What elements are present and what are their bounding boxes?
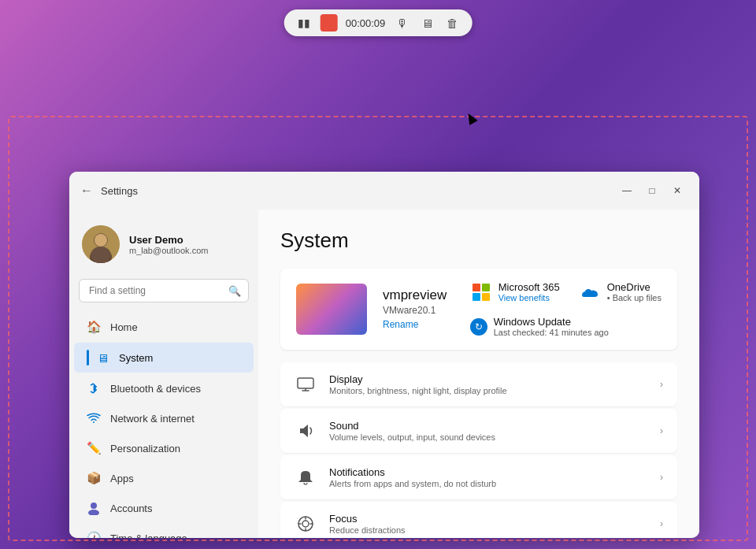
- page-title: System: [280, 228, 677, 253]
- m365-subtitle: View benefits: [498, 293, 560, 302]
- mic-button[interactable]: 🎙: [393, 14, 410, 32]
- settings-window: ← Settings — □ ✕: [69, 172, 699, 538]
- device-preview-image: [296, 284, 367, 335]
- notifications-chevron-icon: ›: [660, 472, 663, 483]
- focus-icon: [295, 513, 317, 535]
- focus-chevron-icon: ›: [660, 518, 663, 529]
- search-input[interactable]: [79, 279, 249, 302]
- sidebar-item-label-home: Home: [110, 321, 138, 333]
- sidebar-item-label-system: System: [119, 352, 153, 364]
- focus-text: Focus Reduce distractions: [329, 513, 647, 535]
- settings-body: User Demo m_lab@outlook.com 🔍 🏠 Home 🖥 S…: [69, 210, 699, 538]
- personalization-icon: ✏️: [87, 441, 101, 455]
- settings-item-display[interactable]: Display Monitors, brightness, night ligh…: [280, 362, 677, 406]
- user-email: m_lab@outlook.com: [129, 246, 208, 255]
- sidebar-item-label-apps: Apps: [110, 473, 134, 484]
- sound-icon: [295, 420, 317, 442]
- device-card: vmpreview VMware20.1 Rename: [280, 269, 677, 350]
- settings-item-focus[interactable]: Focus Reduce distractions ›: [280, 502, 677, 538]
- onedrive-text: OneDrive • Back up files: [607, 281, 662, 302]
- pause-button[interactable]: ▮▮: [295, 14, 313, 32]
- accounts-icon: [87, 501, 101, 515]
- timer-display: 00:00:09: [346, 17, 386, 29]
- sidebar-item-time[interactable]: 🕐 Time & language: [74, 524, 254, 538]
- notifications-subtitle: Alerts from apps and system, do not dist…: [329, 479, 647, 488]
- display-icon: [295, 373, 317, 395]
- search-box: 🔍: [79, 279, 249, 302]
- device-vm: VMware20.1: [383, 305, 454, 316]
- sidebar-item-home[interactable]: 🏠 Home: [74, 313, 254, 341]
- minimize-button[interactable]: —: [616, 180, 638, 202]
- svg-point-5: [91, 503, 97, 509]
- sidebar-item-label-time: Time & language: [110, 532, 187, 539]
- stop-button[interactable]: [321, 14, 338, 32]
- delete-button[interactable]: 🗑: [443, 14, 461, 32]
- sidebar-item-system[interactable]: 🖥 System: [74, 343, 254, 373]
- onedrive-icon: [579, 281, 601, 303]
- windows-update-title: Windows Update: [494, 316, 609, 328]
- notifications-icon: [295, 466, 317, 488]
- back-button[interactable]: ←: [80, 184, 93, 198]
- m365-icon: [470, 281, 492, 303]
- user-name: User Demo: [129, 234, 208, 246]
- search-icon: 🔍: [228, 285, 241, 297]
- title-bar: ← Settings — □ ✕: [69, 172, 699, 210]
- apps-icon: 📦: [87, 471, 101, 485]
- notifications-text: Notifications Alerts from apps and syste…: [329, 466, 647, 488]
- svg-point-9: [302, 521, 309, 527]
- svg-point-3: [94, 234, 107, 247]
- sidebar-item-network[interactable]: Network & internet: [74, 404, 254, 432]
- display-title: Display: [329, 373, 647, 385]
- sidebar-item-personalization[interactable]: ✏️ Personalization: [74, 434, 254, 462]
- sidebar-item-bluetooth[interactable]: Bluetooth & devices: [74, 374, 254, 402]
- windows-update-subtitle: Last checked: 41 minutes ago: [494, 328, 609, 337]
- display-chevron-icon: ›: [660, 379, 663, 390]
- network-icon: [87, 411, 101, 425]
- display-subtitle: Monitors, brightness, night light, displ…: [329, 386, 647, 395]
- sidebar-item-apps[interactable]: 📦 Apps: [74, 464, 254, 492]
- bluetooth-icon: [87, 381, 101, 395]
- sidebar-item-label-accounts: Accounts: [110, 503, 152, 514]
- close-button[interactable]: ✕: [666, 180, 688, 202]
- maximize-button[interactable]: □: [641, 180, 663, 202]
- sidebar-item-label-network: Network & internet: [110, 413, 195, 425]
- sound-title: Sound: [329, 420, 647, 432]
- device-info: vmpreview VMware20.1 Rename: [383, 287, 454, 331]
- notifications-title: Notifications: [329, 466, 647, 478]
- user-profile: User Demo m_lab@outlook.com: [69, 216, 258, 276]
- display-text: Display Monitors, brightness, night ligh…: [329, 373, 647, 395]
- windows-update-item: ↻ Windows Update Last checked: 41 minute…: [470, 316, 609, 337]
- home-icon: 🏠: [87, 320, 101, 334]
- active-indicator: [87, 350, 89, 365]
- avatar: [82, 225, 120, 263]
- title-bar-left: ← Settings: [80, 184, 138, 198]
- device-rename-link[interactable]: Rename: [383, 319, 418, 330]
- m365-text: Microsoft 365 View benefits: [498, 281, 560, 302]
- sidebar-item-label-bluetooth: Bluetooth & devices: [110, 383, 201, 395]
- window-controls: — □ ✕: [616, 180, 688, 202]
- settings-item-notifications[interactable]: Notifications Alerts from apps and syste…: [280, 455, 677, 499]
- settings-item-sound[interactable]: Sound Volume levels, output, input, soun…: [280, 409, 677, 453]
- m365-title: Microsoft 365: [498, 281, 560, 293]
- onedrive-subtitle: • Back up files: [607, 293, 662, 302]
- main-panel: System vmpreview VMware20.1 Rename: [258, 210, 699, 538]
- focus-title: Focus: [329, 513, 647, 525]
- screen-button[interactable]: 🖥: [418, 14, 435, 32]
- recording-toolbar: ▮▮ 00:00:09 🎙 🖥 🗑: [284, 9, 472, 36]
- m365-item: Microsoft 365 View benefits: [470, 281, 560, 303]
- settings-list: Display Monitors, brightness, night ligh…: [280, 362, 677, 538]
- focus-subtitle: Reduce distractions: [329, 525, 647, 535]
- sidebar-item-label-personalization: Personalization: [110, 443, 180, 454]
- onedrive-title: OneDrive: [607, 281, 662, 293]
- sound-chevron-icon: ›: [660, 425, 663, 436]
- svg-point-4: [91, 247, 111, 263]
- svg-rect-7: [298, 378, 313, 388]
- onedrive-item: OneDrive • Back up files: [579, 281, 662, 303]
- svg-point-6: [88, 510, 99, 515]
- windows-update-text: Windows Update Last checked: 41 minutes …: [494, 316, 609, 337]
- window-title: Settings: [101, 185, 138, 197]
- time-icon: 🕐: [87, 531, 101, 538]
- windows-update-icon: ↻: [470, 318, 487, 336]
- sidebar-item-accounts[interactable]: Accounts: [74, 494, 254, 522]
- stop-icon: [325, 19, 333, 27]
